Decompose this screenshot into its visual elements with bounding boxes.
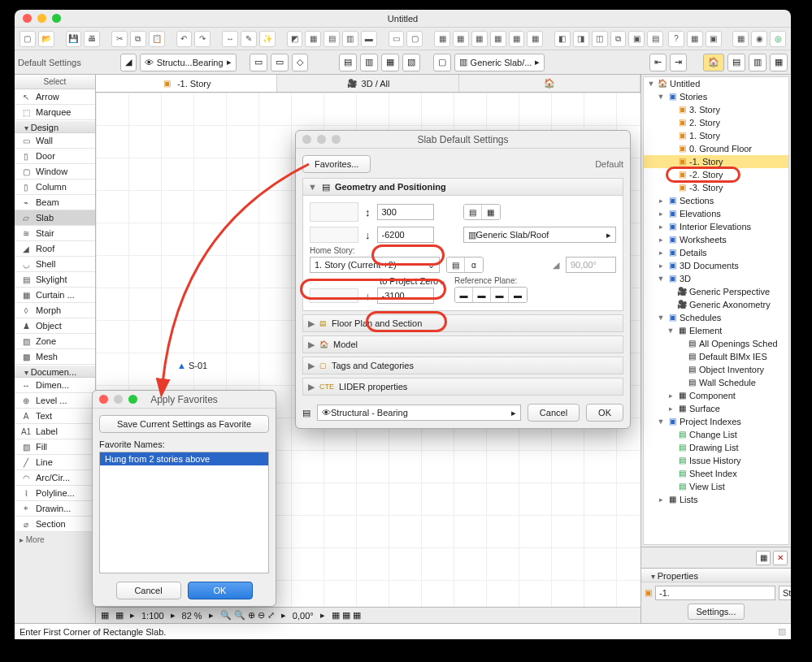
tool-stair[interactable]: ≋Stair — [15, 226, 95, 241]
tool-skylight[interactable]: ▤Skylight — [15, 272, 95, 288]
print-icon[interactable]: 🖶 — [84, 31, 100, 47]
tree-3ddocs[interactable]: ▸▣3D Documents — [644, 259, 788, 272]
tool-level-[interactable]: ⊕Level ... — [15, 393, 95, 409]
composite-combo[interactable]: ▥ Generic Slab/Roof▸ — [463, 227, 617, 243]
slab-cancel-button[interactable]: Cancel — [528, 404, 580, 422]
tool-curtain-[interactable]: ▦Curtain ... — [15, 288, 95, 303]
m2-icon[interactable]: ◨ — [573, 31, 589, 47]
toolbox-group-document[interactable]: ▾ Documen... — [15, 365, 95, 378]
sb-angle[interactable]: 0,00° — [293, 611, 314, 621]
undo-icon[interactable]: ↶ — [176, 31, 193, 47]
tool-object[interactable]: ♟Object — [15, 318, 95, 334]
fav-cancel-button[interactable]: Cancel — [116, 582, 181, 599]
tree-proj-item-1[interactable]: ▤Drawing List — [644, 441, 788, 454]
tool-column[interactable]: ▯Column — [15, 180, 95, 195]
toolbox-group-design[interactable]: ▾ Design — [15, 120, 95, 133]
t1-icon[interactable]: ◩ — [287, 31, 303, 47]
g1-icon[interactable]: ▦ — [434, 31, 450, 47]
tree-story-6[interactable]: ▣-3. Story — [644, 181, 788, 194]
mode2-icon[interactable]: ▢ — [406, 31, 423, 47]
bt3-icon[interactable]: ◎ — [770, 31, 786, 47]
tree-lists[interactable]: ▸▦Lists — [644, 493, 788, 506]
resize-grip-icon[interactable]: ▨ — [778, 626, 786, 637]
tool-window[interactable]: ▢Window — [15, 164, 95, 180]
eyedropper-icon[interactable]: ✎ — [241, 31, 257, 47]
tree-3d-item-0[interactable]: 🎥Generic Perspective — [644, 285, 788, 298]
tab-3d[interactable]: 🎥 3D / All — [277, 75, 458, 92]
tree-sched-surface[interactable]: ▸▦Surface — [644, 402, 788, 415]
construction-method-3[interactable]: ◇ — [292, 54, 308, 71]
cfg1-icon[interactable]: ▦ — [687, 31, 703, 47]
g3-icon[interactable]: ▦ — [471, 31, 488, 47]
section-tags-and-categories[interactable]: ▶▢Tags and Categories — [302, 357, 623, 374]
measure-icon[interactable]: ↔ — [222, 31, 238, 47]
slab-ok-button[interactable]: OK — [586, 404, 623, 422]
sb-zoomctl[interactable]: 🔍 🔍 ⊕ ⊖ ⤢ — [220, 610, 275, 621]
tool-zone[interactable]: ▨Zone — [15, 334, 95, 349]
t3-icon[interactable]: ▤ — [323, 31, 340, 47]
prop-story-name[interactable] — [779, 586, 791, 600]
tree-root[interactable]: ▼🏠Untitled — [644, 77, 788, 90]
tree-proj-item-3[interactable]: ▤Sheet Index — [644, 467, 788, 480]
m5-icon[interactable]: ▣ — [628, 31, 645, 47]
structure-seg[interactable]: ▤▦ — [463, 204, 501, 220]
tool-slab[interactable]: ▱Slab — [15, 210, 95, 226]
tree-proj-item-4[interactable]: ▤View List — [644, 480, 788, 493]
ref3-icon[interactable]: ▦ — [381, 54, 399, 71]
tree-proj-item-2[interactable]: ▤Issue History — [644, 454, 788, 467]
section-lider-properties[interactable]: ▶CTELIDER properties — [302, 378, 623, 396]
tool-door[interactable]: ▯Door — [15, 149, 95, 164]
favorites-button[interactable]: Favorites... — [302, 155, 371, 173]
bt2-icon[interactable]: ◉ — [751, 31, 767, 47]
tree-elevations[interactable]: ▸▣Elevations — [644, 207, 788, 220]
sb-zoom[interactable]: 82 % — [182, 611, 202, 621]
tool-arrow[interactable]: ↖Arrow — [15, 89, 95, 105]
m4-icon[interactable]: ⧉ — [610, 31, 627, 47]
prop-story-num[interactable] — [655, 586, 775, 600]
section-model[interactable]: ▶🏠Model — [302, 335, 623, 353]
paste-icon[interactable]: 📋 — [149, 31, 165, 47]
section-geometry[interactable]: ▼ ▤ Geometry and Positioning — [302, 178, 623, 196]
tree-sched-item-3[interactable]: ▤Wall Schedule — [644, 376, 788, 389]
tree-worksheets[interactable]: ▸▣Worksheets — [644, 233, 788, 246]
navt3-icon[interactable]: ▦ — [770, 54, 788, 71]
nav2-icon[interactable]: ⇥ — [670, 54, 687, 71]
tree-interior-elev[interactable]: ▸▣Interior Elevations — [644, 220, 788, 233]
construction-method-2[interactable]: ▭ — [271, 54, 289, 71]
tree-story-0[interactable]: ▣3. Story — [644, 103, 788, 116]
save-icon[interactable]: 💾 — [66, 31, 82, 47]
m6-icon[interactable]: ▤ — [647, 31, 663, 47]
material-combo[interactable]: ▥ Generic Slab/... ▸ — [454, 54, 545, 71]
m3-icon[interactable]: ◫ — [592, 31, 608, 47]
tree-proj-indexes[interactable]: ▼▣Project Indexes — [644, 415, 788, 428]
cut-icon[interactable]: ✂ — [111, 31, 128, 47]
open-icon[interactable]: 📂 — [38, 31, 54, 47]
ref1-icon[interactable]: ▤ — [339, 54, 357, 71]
redo-icon[interactable]: ↷ — [194, 31, 211, 47]
sb-icon2[interactable]: ▦ — [115, 610, 124, 621]
thickness-input[interactable] — [377, 204, 434, 220]
navt1-icon[interactable]: ▤ — [727, 54, 745, 71]
tool-arc-cir-[interactable]: ◠Arc/Cir... — [15, 470, 95, 486]
tool-section[interactable]: ⌀Section — [15, 517, 95, 532]
tool-polyline-[interactable]: ⌇Polyline... — [15, 486, 95, 501]
tree-story-1[interactable]: ▣2. Story — [644, 116, 788, 129]
g5-icon[interactable]: ▦ — [509, 31, 525, 47]
tree-stories[interactable]: ▼▣Stories — [644, 90, 788, 103]
project-zero-input[interactable] — [377, 288, 434, 304]
section-floor-plan-and-section[interactable]: ▶▤Floor Plan and Section — [302, 314, 623, 332]
copy-icon[interactable]: ⧉ — [130, 31, 146, 47]
tree-proj-item-0[interactable]: ▤Change List — [644, 428, 788, 441]
t4-icon[interactable]: ▥ — [342, 31, 358, 47]
offset-input[interactable] — [377, 227, 434, 243]
ref-plane-seg[interactable]: ▬▬▬▬ — [454, 287, 528, 303]
save-favorite-button[interactable]: Save Current Settings as Favorite — [99, 415, 269, 433]
tool-label[interactable]: A1Label — [15, 424, 95, 439]
slab-layer-combo[interactable]: 👁 Structural - Bearing▸ — [317, 405, 521, 421]
tree-sched-element[interactable]: ▼▦Element — [644, 324, 788, 337]
layer-combo[interactable]: 👁 Structu...Bearing ▸ — [140, 54, 237, 71]
g2-icon[interactable]: ▦ — [453, 31, 469, 47]
tree-details[interactable]: ▸▣Details — [644, 246, 788, 259]
favorite-item[interactable]: Hung from 2 stories above — [100, 452, 268, 465]
home-story-combo[interactable]: 1. Story (Current +2)⌄ — [310, 257, 440, 273]
